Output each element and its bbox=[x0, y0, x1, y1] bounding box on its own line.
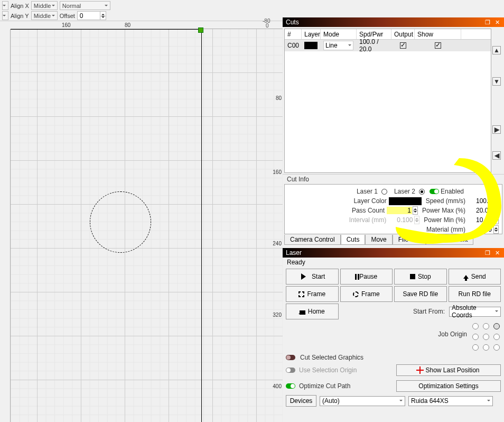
material-spin[interactable] bbox=[493, 225, 499, 234]
shape-circle[interactable] bbox=[90, 191, 151, 253]
origin-tc[interactable] bbox=[483, 323, 489, 329]
powermax-spin[interactable] bbox=[493, 206, 499, 215]
tab-camera[interactable]: Camera Control bbox=[284, 235, 341, 245]
aligny-dropdown[interactable]: Middle bbox=[31, 11, 58, 20]
show-checkbox[interactable] bbox=[435, 42, 441, 49]
startfrom-select[interactable]: Absolute Coords bbox=[449, 307, 501, 317]
origin-ml[interactable] bbox=[472, 334, 479, 340]
ruler-horizontal: 160 80 bbox=[11, 21, 283, 29]
powermin-spin[interactable] bbox=[493, 216, 499, 224]
align-menu-1[interactable] bbox=[2, 1, 8, 10]
ruler-tick: 400 bbox=[273, 383, 282, 389]
tab-filelist[interactable]: File List bbox=[393, 235, 426, 245]
port-select[interactable]: (Auto) bbox=[320, 396, 405, 406]
interval-spin bbox=[414, 216, 419, 224]
speed-spin[interactable] bbox=[493, 197, 499, 205]
pause-button[interactable]: Pause bbox=[340, 269, 393, 285]
opt-toggle[interactable] bbox=[286, 383, 295, 389]
origin-br[interactable] bbox=[493, 344, 500, 351]
close-icon[interactable]: ✕ bbox=[493, 249, 501, 256]
laser1-label: Laser 1 bbox=[357, 188, 380, 195]
move-down-button[interactable]: ▼ bbox=[492, 77, 501, 86]
offset-spin[interactable]: 0 bbox=[77, 11, 106, 20]
mode-dropdown[interactable]: Line bbox=[323, 41, 353, 50]
cuts-table: # Layer Mode Spd/Pwr Output Show C00 Lin… bbox=[284, 29, 491, 173]
normal-dropdown[interactable]: Normal bbox=[60, 1, 110, 10]
job-origin-grid bbox=[472, 323, 501, 352]
cutsel-label: Cut Selected Graphics bbox=[300, 354, 366, 361]
laser2-radio[interactable] bbox=[419, 189, 425, 195]
origin-mc[interactable] bbox=[483, 334, 489, 340]
run-rd-button[interactable]: Run RD file bbox=[449, 286, 501, 302]
page-left-button[interactable]: ◀ bbox=[492, 151, 501, 160]
tab-move[interactable]: Move bbox=[365, 235, 392, 245]
laser-buttons: Start Pause Stop Send Frame Frame Save R… bbox=[283, 267, 504, 321]
spin-up[interactable] bbox=[100, 12, 106, 16]
col-show[interactable]: Show bbox=[415, 29, 461, 39]
usesel-toggle[interactable] bbox=[286, 368, 295, 373]
cuts-row-0[interactable]: C00 Line 100.0 / 20.0 bbox=[285, 40, 491, 51]
controller-select[interactable]: Ruida 644XS bbox=[408, 396, 493, 406]
ruler-tick: 160 bbox=[62, 22, 71, 28]
col-num[interactable]: # bbox=[285, 29, 302, 39]
col-mode[interactable]: Mode bbox=[321, 29, 357, 39]
showlast-button[interactable]: Show Last Position bbox=[396, 364, 501, 376]
row-spdpwr: 100.0 / 20.0 bbox=[357, 40, 391, 51]
laser1-radio[interactable] bbox=[381, 189, 387, 195]
undock-icon[interactable]: ❐ bbox=[484, 19, 491, 26]
pause-icon bbox=[355, 274, 357, 280]
cutsel-toggle[interactable] bbox=[286, 355, 295, 360]
origin-marker[interactable] bbox=[198, 27, 203, 33]
origin-mr[interactable] bbox=[493, 334, 500, 340]
layercolor-label: Layer Color bbox=[354, 197, 389, 205]
alignx-dropdown[interactable]: Middle bbox=[31, 1, 58, 10]
layer-color-swatch[interactable] bbox=[304, 42, 318, 49]
home-button[interactable]: Home bbox=[286, 304, 339, 319]
interval-value: 0.100 bbox=[388, 216, 414, 224]
origin-bl[interactable] bbox=[472, 344, 479, 351]
origin-tr[interactable] bbox=[493, 323, 500, 329]
speed-value[interactable]: 100.0 bbox=[468, 197, 493, 205]
close-icon[interactable]: ✕ bbox=[493, 19, 501, 26]
powermax-value[interactable]: 20.00 bbox=[468, 207, 493, 214]
col-output[interactable]: Output bbox=[391, 29, 415, 39]
material-value[interactable]: 0.0 bbox=[468, 226, 493, 233]
start-button[interactable]: Start bbox=[286, 269, 339, 285]
tab-variable[interactable]: Variable Text bbox=[426, 235, 473, 245]
save-rd-button[interactable]: Save RD file bbox=[394, 286, 447, 302]
powermax-label: Power Max (%) bbox=[422, 207, 468, 214]
ruler-tick: 240 bbox=[273, 241, 282, 246]
undock-icon[interactable]: ❐ bbox=[484, 249, 491, 256]
cuts-title: Cuts bbox=[286, 19, 299, 26]
enabled-toggle[interactable] bbox=[430, 189, 439, 194]
spin-down[interactable] bbox=[100, 16, 106, 20]
send-button[interactable]: Send bbox=[449, 269, 501, 285]
origin-bc[interactable] bbox=[483, 344, 489, 351]
aligny-label: Align Y bbox=[11, 13, 29, 19]
page-right-button[interactable]: ▶ bbox=[492, 125, 501, 134]
tab-cuts[interactable]: Cuts bbox=[341, 235, 366, 245]
passcount-spin[interactable] bbox=[413, 206, 418, 215]
send-icon bbox=[463, 272, 469, 279]
cut-info-panel: Laser 1 Laser 2 Enabled Layer Color Spee… bbox=[284, 184, 502, 234]
frame-button[interactable]: Frame bbox=[286, 286, 339, 302]
frame-round-icon bbox=[353, 291, 359, 297]
move-up-button[interactable]: ▲ bbox=[492, 46, 501, 54]
powermin-value[interactable]: 10.00 bbox=[468, 216, 493, 224]
offset-label: Offset bbox=[60, 13, 75, 19]
ruler-tick: 80 bbox=[276, 95, 282, 101]
align-menu-2[interactable] bbox=[2, 11, 8, 20]
passcount-value[interactable]: 1 bbox=[387, 207, 412, 214]
col-layer[interactable]: Layer bbox=[302, 29, 321, 39]
stop-button[interactable]: Stop bbox=[394, 269, 447, 285]
optset-button[interactable]: Optimization Settings bbox=[396, 380, 501, 392]
speed-label: Speed (mm/s) bbox=[426, 197, 468, 205]
devices-button[interactable]: Devices bbox=[286, 395, 316, 407]
origin-tl[interactable] bbox=[472, 323, 479, 329]
output-checkbox[interactable] bbox=[400, 42, 406, 49]
layercolor-swatch[interactable] bbox=[389, 197, 422, 205]
align-toolbar: Align X Middle Normal Align Y Middle Off… bbox=[0, 0, 283, 21]
canvas[interactable]: 160 80 80 160 240 320 400 bbox=[0, 21, 283, 422]
frame2-button[interactable]: Frame bbox=[340, 286, 393, 302]
material-label: Material (mm) bbox=[426, 226, 468, 233]
